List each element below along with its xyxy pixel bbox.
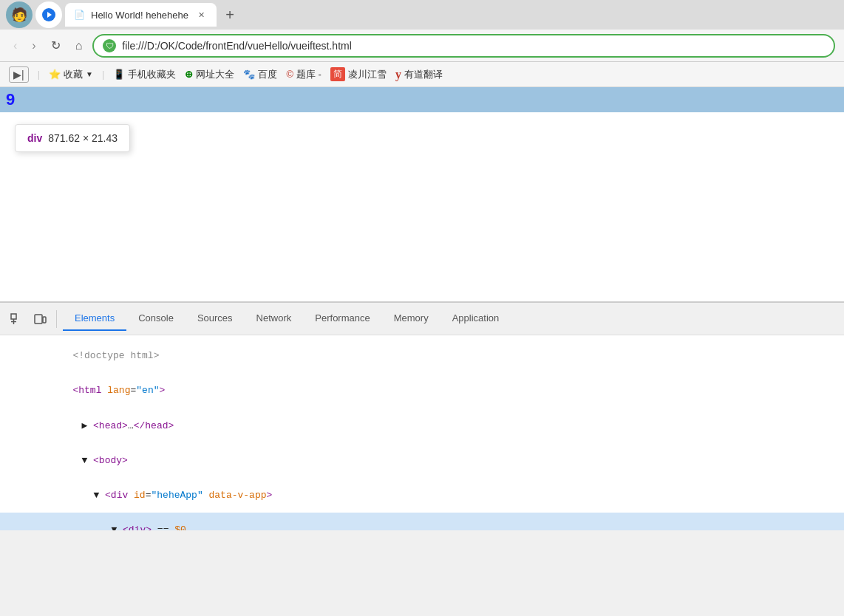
tooltip-tag-name: div [27,132,42,144]
browser-tab-active[interactable]: 📄 Hello World! hehehehe ✕ [65,3,217,27]
tab-network[interactable]: Network [245,307,304,331]
chevron-down-icon: ▼ [86,70,93,78]
devtools-toolbar: Elements Console Sources Network Perform… [0,303,844,335]
code-content-4: ▼ <body> [24,444,128,477]
tab-close-button[interactable]: ✕ [194,8,208,21]
tab-sources[interactable]: Sources [186,307,245,331]
browser-chrome: 🧑 📄 Hello World! hehehehe ✕ + ‹ › ↻ ⌂ 🛡 … [0,0,844,87]
device-toolbar-button[interactable] [30,309,50,329]
code-content-5: ▼ <div id="heheApp" data-v-app> [24,479,272,512]
bookmark-baidu-label: 百度 [258,68,277,81]
tab-favicon-icon: 📄 [74,10,85,20]
code-line-1[interactable]: <!doctype html> [0,338,844,373]
svg-rect-5 [35,315,42,324]
lingchuan-icon: 简 [330,67,345,81]
home-button[interactable]: ⌂ [71,36,87,55]
devtools-tabs: Elements Console Sources Network Perform… [63,307,838,331]
element-size-tooltip: div 871.62 × 21.43 [15,124,130,152]
bookmark-mobile[interactable]: 📱 手机收藏夹 [113,68,176,81]
toolbar-divider [56,310,57,328]
bookmark-lingchuan[interactable]: 简 凌川江雪 [330,67,387,81]
bookmark-youdao-label: 有道翻译 [404,68,443,81]
tab-title: Hello World! hehehehe [91,10,188,21]
svg-rect-2 [11,314,16,319]
nav-arrow-icon[interactable] [35,1,62,28]
devtools-panel: Elements Console Sources Network Perform… [0,301,844,530]
url-nav-icon: ⊕ [185,69,193,80]
address-bar: ‹ › ↻ ⌂ 🛡 file:///D:/OK/Code/frontEnd/vu… [0,30,844,62]
star-icon: ⭐ [49,69,61,80]
inspect-element-button[interactable] [6,309,27,329]
bookmark-baidu[interactable]: 🐾 百度 [243,68,277,81]
bookmark-mobile-label: 手机收藏夹 [128,68,176,81]
svg-rect-6 [43,317,46,323]
avatar[interactable]: 🧑 [6,1,33,28]
code-content-1: <!doctype html> [24,339,159,372]
tiku-icon: © [286,69,293,80]
tab-memory[interactable]: Memory [382,307,440,331]
url-bar[interactable]: 🛡 file:///D:/OK/Code/frontEnd/vueHello/v… [92,34,835,58]
tooltip-dimensions: 871.62 × 21.43 [48,132,118,144]
code-line-3[interactable]: ▶ <head>…</head> [0,408,844,443]
line-number-6: … [0,525,24,531]
code-line-2[interactable]: <html lang="en"> [0,373,844,408]
bookmark-favorites-label: 收藏 [64,68,83,81]
bookmark-tiku[interactable]: © 题库 - [286,68,321,81]
code-content-6: ▼ <div> == $0 [30,513,186,530]
reload-button[interactable]: ↻ [47,35,65,55]
url-text: file:///D:/OK/Code/frontEnd/vueHello/vue… [122,40,351,52]
bookmarks-bar: ▶| | ⭐ 收藏 ▼ | 📱 手机收藏夹 ⊕ 网址大全 🐾 百度 © 题库 -… [0,62,844,87]
bookmark-lingchuan-label: 凌川江雪 [348,68,387,81]
security-icon: 🛡 [103,39,116,52]
code-line-6-selected[interactable]: … ▼ <div> == $0 [0,513,844,530]
tab-application[interactable]: Application [440,307,511,331]
tab-performance[interactable]: Performance [303,307,381,331]
back-button[interactable]: ‹ [9,36,21,55]
page-number-display: 9 [0,87,844,112]
bookmark-urlnav-label: 网址大全 [196,68,234,81]
code-line-4[interactable]: ▼ <body> [0,443,844,478]
devtools-toggle-btn[interactable]: ▶| [9,66,29,83]
bookmark-favorites[interactable]: ⭐ 收藏 ▼ [49,68,93,81]
tab-elements[interactable]: Elements [63,307,126,331]
baidu-icon: 🐾 [243,69,255,80]
code-line-5[interactable]: ▼ <div id="heheApp" data-v-app> [0,478,844,513]
bookmark-urlnav[interactable]: ⊕ 网址大全 [185,68,234,81]
page-content: 9 div 871.62 × 21.43 [0,87,844,301]
code-content-3: ▶ <head>…</head> [24,408,174,442]
new-tab-button[interactable]: + [219,4,240,25]
code-content-2: <html lang="en"> [24,374,165,407]
mobile-icon: 📱 [113,69,125,80]
tab-console[interactable]: Console [126,307,186,331]
bookmark-youdao[interactable]: y 有道翻译 [395,68,443,81]
bookmark-tiku-label: 题库 - [296,68,321,81]
forward-button[interactable]: › [27,36,40,55]
tab-bar: 🧑 📄 Hello World! hehehehe ✕ + [0,0,844,30]
youdao-icon: y [395,68,401,81]
code-panel[interactable]: <!doctype html> <html lang="en"> ▶ <head… [0,335,844,530]
